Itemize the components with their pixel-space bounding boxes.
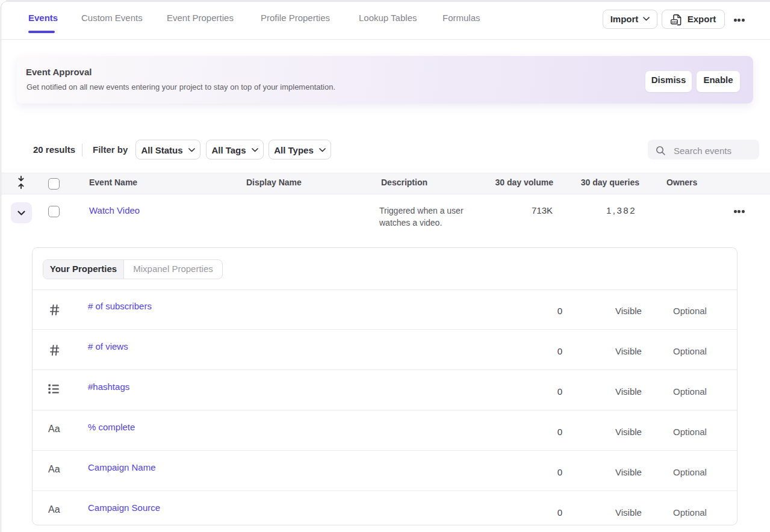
svg-text:csv: csv (672, 20, 677, 24)
